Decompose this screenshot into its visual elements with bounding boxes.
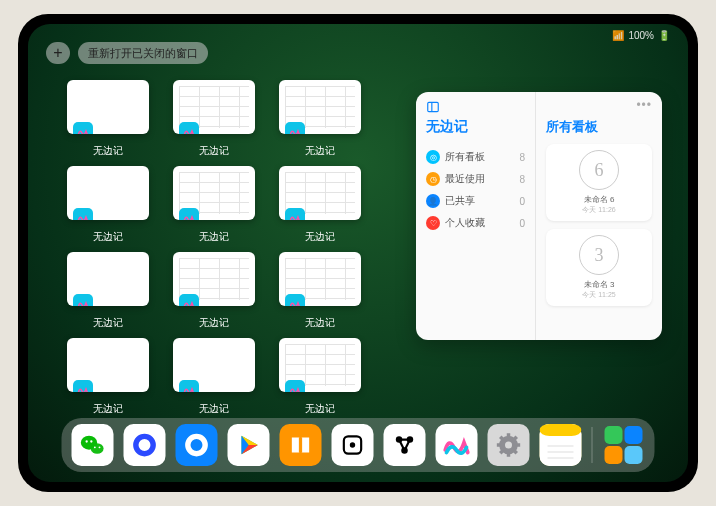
category-label: 最近使用 bbox=[445, 172, 485, 186]
svg-line-21 bbox=[514, 437, 516, 439]
dock-app-play[interactable] bbox=[228, 424, 270, 466]
freeform-app-icon bbox=[285, 122, 305, 134]
svg-line-23 bbox=[514, 451, 516, 453]
plus-icon: + bbox=[53, 44, 62, 62]
svg-rect-33 bbox=[605, 426, 623, 444]
dock-app-quark[interactable] bbox=[124, 424, 166, 466]
svg-rect-36 bbox=[625, 446, 643, 464]
dock-app-recents[interactable] bbox=[603, 424, 645, 466]
window-thumbnail[interactable]: 无边记 bbox=[170, 166, 258, 244]
freeform-app-icon bbox=[73, 122, 93, 134]
category-count: 8 bbox=[519, 152, 525, 163]
category-label: 所有看板 bbox=[445, 150, 485, 164]
category-icon: ♡ bbox=[426, 216, 440, 230]
thumbnail-preview bbox=[279, 166, 361, 220]
freeform-app-icon bbox=[285, 294, 305, 306]
window-thumbnail[interactable]: 无边记 bbox=[170, 338, 258, 416]
sidebar-icon[interactable] bbox=[426, 100, 440, 114]
status-bar: 📶 100% 🔋 bbox=[612, 30, 670, 41]
thumbnail-preview bbox=[173, 252, 255, 306]
freeform-app-icon bbox=[179, 208, 199, 220]
thumbnail-preview bbox=[279, 338, 361, 392]
thumbnail-label: 无边记 bbox=[305, 144, 335, 158]
signal-icon: 📶 bbox=[612, 30, 624, 41]
svg-point-7 bbox=[99, 446, 101, 448]
svg-line-27 bbox=[500, 437, 502, 439]
thumbnail-label: 无边记 bbox=[305, 316, 335, 330]
reopen-closed-window-button[interactable]: 重新打开已关闭的窗口 bbox=[78, 42, 208, 64]
freeform-app-icon bbox=[179, 122, 199, 134]
window-thumbnail[interactable]: 无边记 bbox=[64, 252, 152, 330]
svg-point-8 bbox=[136, 436, 153, 453]
svg-point-5 bbox=[90, 440, 92, 442]
top-left-controls: + 重新打开已关闭的窗口 bbox=[46, 42, 208, 64]
dock bbox=[62, 418, 655, 472]
dock-app-books[interactable] bbox=[280, 424, 322, 466]
thumbnail-label: 无边记 bbox=[305, 230, 335, 244]
thumbnail-label: 无边记 bbox=[93, 402, 123, 416]
dock-app-settings[interactable] bbox=[488, 424, 530, 466]
popup-main: 所有看板 6 未命名 6 今天 11:263 未命名 3 今天 11:25 bbox=[536, 92, 662, 340]
freeform-popup: ••• 无边记 ◎ 所有看板 8 ◷ 最近使用 8 👤 已共享 0 ♡ 个人收藏… bbox=[416, 92, 662, 340]
dock-app-qqbrowser[interactable] bbox=[176, 424, 218, 466]
window-thumbnail[interactable]: 无边记 bbox=[170, 80, 258, 158]
battery-icon: 🔋 bbox=[658, 30, 670, 41]
freeform-app-icon bbox=[179, 380, 199, 392]
window-thumbnail[interactable]: 无边记 bbox=[276, 252, 364, 330]
dock-app-freeform[interactable] bbox=[436, 424, 478, 466]
dock-app-notes[interactable] bbox=[540, 424, 582, 466]
thumbnail-preview bbox=[279, 80, 361, 134]
thumbnail-label: 无边记 bbox=[93, 316, 123, 330]
thumbnail-preview bbox=[173, 166, 255, 220]
window-thumbnail[interactable]: 无边记 bbox=[276, 338, 364, 416]
thumbnail-preview bbox=[67, 80, 149, 134]
svg-point-9 bbox=[188, 436, 205, 453]
svg-rect-29 bbox=[540, 424, 582, 436]
category-row[interactable]: ♡ 个人收藏 0 bbox=[426, 212, 525, 234]
svg-point-19 bbox=[505, 442, 512, 449]
window-thumbnail[interactable]: 无边记 bbox=[64, 166, 152, 244]
new-window-button[interactable]: + bbox=[46, 42, 70, 64]
window-thumbnail[interactable]: 无边记 bbox=[64, 338, 152, 416]
screen: 📶 100% 🔋 + 重新打开已关闭的窗口 无边记 无边记 无边记 无边记 无边 bbox=[28, 24, 688, 482]
thumbnail-preview bbox=[67, 338, 149, 392]
board-name: 未命名 3 bbox=[584, 279, 615, 290]
freeform-app-icon bbox=[73, 294, 93, 306]
ipad-frame: 📶 100% 🔋 + 重新打开已关闭的窗口 无边记 无边记 无边记 无边记 无边 bbox=[18, 14, 698, 492]
category-row[interactable]: ◷ 最近使用 8 bbox=[426, 168, 525, 190]
board-timestamp: 今天 11:26 bbox=[582, 205, 615, 215]
category-row[interactable]: 👤 已共享 0 bbox=[426, 190, 525, 212]
board-preview: 3 bbox=[579, 235, 619, 275]
svg-point-3 bbox=[91, 443, 104, 454]
freeform-app-icon bbox=[285, 380, 305, 392]
svg-point-11 bbox=[350, 442, 355, 447]
thumbnail-label: 无边记 bbox=[199, 402, 229, 416]
dock-app-obs[interactable] bbox=[384, 424, 426, 466]
dock-app-wechat[interactable] bbox=[72, 424, 114, 466]
category-count: 0 bbox=[519, 196, 525, 207]
thumbnail-label: 无边记 bbox=[93, 144, 123, 158]
thumbnail-label: 无边记 bbox=[199, 144, 229, 158]
window-thumbnail[interactable]: 无边记 bbox=[170, 252, 258, 330]
popup-right-title: 所有看板 bbox=[546, 118, 652, 136]
category-icon: ◷ bbox=[426, 172, 440, 186]
window-thumbnail[interactable]: 无边记 bbox=[276, 166, 364, 244]
window-thumbnail[interactable]: 无边记 bbox=[276, 80, 364, 158]
board-card[interactable]: 3 未命名 3 今天 11:25 bbox=[546, 229, 652, 306]
more-icon[interactable]: ••• bbox=[636, 98, 652, 112]
thumbnail-label: 无边记 bbox=[199, 316, 229, 330]
svg-rect-35 bbox=[605, 446, 623, 464]
freeform-app-icon bbox=[285, 208, 305, 220]
category-count: 0 bbox=[519, 218, 525, 229]
window-thumbnail[interactable]: 无边记 bbox=[64, 80, 152, 158]
board-preview: 6 bbox=[579, 150, 619, 190]
svg-rect-0 bbox=[428, 102, 439, 111]
thumbnail-preview bbox=[173, 80, 255, 134]
thumbnail-preview bbox=[67, 252, 149, 306]
svg-line-25 bbox=[500, 451, 502, 453]
category-row[interactable]: ◎ 所有看板 8 bbox=[426, 146, 525, 168]
battery-label: 100% bbox=[628, 30, 654, 41]
board-card[interactable]: 6 未命名 6 今天 11:26 bbox=[546, 144, 652, 221]
svg-point-6 bbox=[94, 446, 96, 448]
dock-app-dice[interactable] bbox=[332, 424, 374, 466]
